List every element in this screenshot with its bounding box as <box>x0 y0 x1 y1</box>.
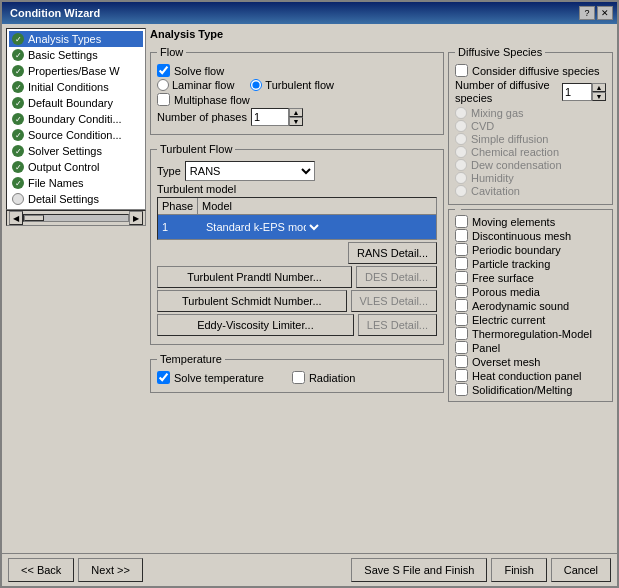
panel-checkbox[interactable] <box>455 341 468 354</box>
sidebar-item-analysis-types[interactable]: ✓ Analysis Types <box>9 31 143 47</box>
laminar-radio[interactable] <box>157 79 169 91</box>
temperature-fieldset: Temperature Solve temperature Radiation <box>150 353 444 393</box>
laminar-label: Laminar flow <box>172 79 234 91</box>
consider-label: Consider diffusive species <box>472 65 600 77</box>
num-phases-input[interactable] <box>251 108 289 126</box>
overset-mesh-checkbox[interactable] <box>455 355 468 368</box>
overset-mesh-label: Overset mesh <box>472 356 540 368</box>
model-table-row[interactable]: 1 Standard k-EPS model k-omega RNG k-EPS… <box>158 215 436 239</box>
consider-diffusive-checkbox[interactable] <box>455 64 468 77</box>
sidebar-scrollbar[interactable]: ◀ ▶ <box>6 210 146 226</box>
sidebar-item-solver[interactable]: ✓ Solver Settings <box>9 143 143 159</box>
discontinuous-mesh-item: Discontinuous mesh <box>455 229 606 242</box>
schmidt-btn[interactable]: Turbulent Schmidt Number... <box>157 290 347 312</box>
sidebar-label-props: Properties/Base W <box>28 65 120 77</box>
thermoregulation-checkbox[interactable] <box>455 327 468 340</box>
check-icon-default: ✓ <box>11 96 25 110</box>
scroll-thumb[interactable] <box>24 215 44 221</box>
particle-tracking-label: Particle tracking <box>472 258 550 270</box>
turbulent-radio[interactable] <box>250 79 262 91</box>
cvd-item: CVD <box>455 120 606 132</box>
cavitation-radio <box>455 185 467 197</box>
next-button[interactable]: Next >> <box>78 558 143 582</box>
help-button[interactable]: ? <box>579 6 595 20</box>
free-surface-checkbox[interactable] <box>455 271 468 284</box>
cancel-button[interactable]: Cancel <box>551 558 611 582</box>
type-select[interactable]: RANS LES DES VLES <box>185 161 315 181</box>
sidebar-item-boundary-conditions[interactable]: ✓ Boundary Conditi... <box>9 111 143 127</box>
solidification-checkbox[interactable] <box>455 383 468 396</box>
solve-temp-checkbox[interactable] <box>157 371 170 384</box>
type-label: Type <box>157 165 181 177</box>
electric-current-label: Electric current <box>472 314 545 326</box>
num-diffusive-input[interactable] <box>562 83 592 101</box>
check-icon-filenames: ✓ <box>11 176 25 190</box>
close-button[interactable]: ✕ <box>597 6 613 20</box>
sidebar-item-source[interactable]: ✓ Source Condition... <box>9 127 143 143</box>
sidebar-label-filenames: File Names <box>28 177 84 189</box>
scroll-left-btn[interactable]: ◀ <box>9 211 23 225</box>
action-buttons: Save S File and Finish Finish Cancel <box>351 558 611 582</box>
spinbox-down[interactable]: ▼ <box>289 117 303 126</box>
sidebar-item-default-boundary[interactable]: ✓ Default Boundary <box>9 95 143 111</box>
electric-current-checkbox[interactable] <box>455 313 468 326</box>
vles-detail-btn: VLES Detail... <box>351 290 437 312</box>
num-diffusive-label: Number of diffusive species <box>455 79 558 105</box>
turbulent-model-table: Phase Model 1 Standard k-EPS model k-ome… <box>157 197 437 240</box>
chemical-reaction-label: Chemical reaction <box>471 146 559 158</box>
btn-row-2: Turbulent Schmidt Number... VLES Detail.… <box>157 290 437 312</box>
btn-row-1: Turbulent Prandtl Number... DES Detail..… <box>157 266 437 288</box>
sidebar-item-basic-settings[interactable]: ✓ Basic Settings <box>9 47 143 63</box>
particle-tracking-item: Particle tracking <box>455 257 606 270</box>
save-button[interactable]: Save S File and Finish <box>351 558 487 582</box>
titlebar: Condition Wizard ? ✕ <box>2 2 617 24</box>
multiphase-label: Multiphase flow <box>174 94 250 106</box>
spinbox-up[interactable]: ▲ <box>289 108 303 117</box>
sidebar-item-detail[interactable]: Detail Settings <box>9 191 143 207</box>
particle-tracking-checkbox[interactable] <box>455 257 468 270</box>
solidification-item: Solidification/Melting <box>455 383 606 396</box>
scroll-right-btn[interactable]: ▶ <box>129 211 143 225</box>
solve-flow-checkbox[interactable] <box>157 64 170 77</box>
diffusive-spinbox-btns: ▲ ▼ <box>592 83 606 101</box>
flow-fieldset: Flow Solve flow Laminar flow <box>150 46 444 135</box>
moving-elements-item: Moving elements <box>455 215 606 228</box>
radiation-checkbox[interactable] <box>292 371 305 384</box>
multiphase-checkbox[interactable] <box>157 93 170 106</box>
rans-detail-btn[interactable]: RANS Detail... <box>348 242 437 264</box>
thermoregulation-item: Thermoregulation-Model <box>455 327 606 340</box>
sidebar-item-output[interactable]: ✓ Output Control <box>9 159 143 175</box>
moving-elements-checkbox[interactable] <box>455 215 468 228</box>
sidebar-label-analysis: Analysis Types <box>28 33 101 45</box>
num-phases-spinbox: ▲ ▼ <box>251 108 303 126</box>
periodic-boundary-checkbox[interactable] <box>455 243 468 256</box>
free-surface-label: Free surface <box>472 272 534 284</box>
heat-conduction-checkbox[interactable] <box>455 369 468 382</box>
mixing-gas-label: Mixing gas <box>471 107 524 119</box>
aerodynamic-sound-checkbox[interactable] <box>455 299 468 312</box>
analysis-type-label: Analysis Type <box>150 28 613 40</box>
num-phases-row: Number of phases ▲ ▼ <box>157 108 437 126</box>
simple-diffusion-label: Simple diffusion <box>471 133 548 145</box>
free-surface-item: Free surface <box>455 271 606 284</box>
porous-media-checkbox[interactable] <box>455 285 468 298</box>
discontinuous-mesh-checkbox[interactable] <box>455 229 468 242</box>
aerodynamic-sound-label: Aerodynamic sound <box>472 300 569 312</box>
sidebar-item-filenames[interactable]: ✓ File Names <box>9 175 143 191</box>
sidebar-label-solver: Solver Settings <box>28 145 102 157</box>
diffusive-spinbox-up[interactable]: ▲ <box>592 83 606 92</box>
simple-diffusion-item: Simple diffusion <box>455 133 606 145</box>
solve-temp-label: Solve temperature <box>174 372 264 384</box>
sidebar-item-properties[interactable]: ✓ Properties/Base W <box>9 63 143 79</box>
prandtl-btn[interactable]: Turbulent Prandtl Number... <box>157 266 352 288</box>
sidebar-item-initial[interactable]: ✓ Initial Conditions <box>9 79 143 95</box>
finish-button[interactable]: Finish <box>491 558 546 582</box>
back-button[interactable]: << Back <box>8 558 74 582</box>
model-select[interactable]: Standard k-EPS model k-omega RNG k-EPS S… <box>202 217 322 237</box>
window-title: Condition Wizard <box>6 7 100 19</box>
diffusive-spinbox-down[interactable]: ▼ <box>592 92 606 101</box>
humidity-radio <box>455 172 467 184</box>
electric-current-item: Electric current <box>455 313 606 326</box>
check-icon-solver: ✓ <box>11 144 25 158</box>
eddy-btn[interactable]: Eddy-Viscosity Limiter... <box>157 314 354 336</box>
